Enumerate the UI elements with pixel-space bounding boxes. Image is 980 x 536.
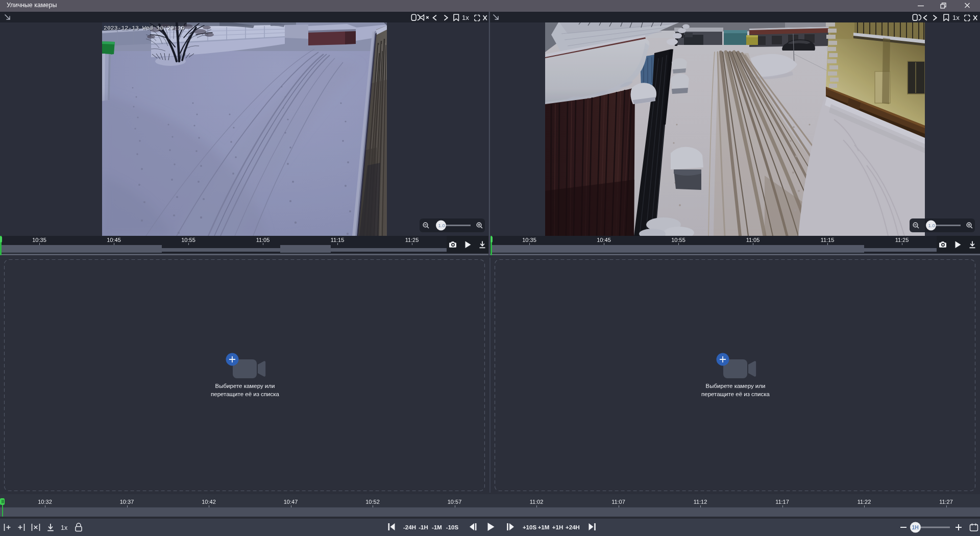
svg-text:-10S: -10S (446, 524, 459, 530)
svg-text:1x: 1x (952, 14, 960, 21)
svg-text:+1H: +1H (552, 524, 563, 530)
svg-text:1.0: 1.0 (928, 223, 935, 228)
svg-text:1x: 1x (462, 14, 469, 21)
svg-text:-1H: -1H (419, 524, 428, 530)
svg-text:+1M: +1M (538, 524, 550, 530)
svg-text:-1M: -1M (432, 524, 442, 530)
svg-text:1x: 1x (61, 524, 68, 531)
svg-text:1H: 1H (912, 524, 919, 530)
svg-text:1.0: 1.0 (438, 223, 445, 228)
svg-text:-24H: -24H (403, 524, 416, 530)
svg-text:+24H: +24H (566, 524, 580, 530)
svg-text:+10S: +10S (523, 524, 537, 530)
